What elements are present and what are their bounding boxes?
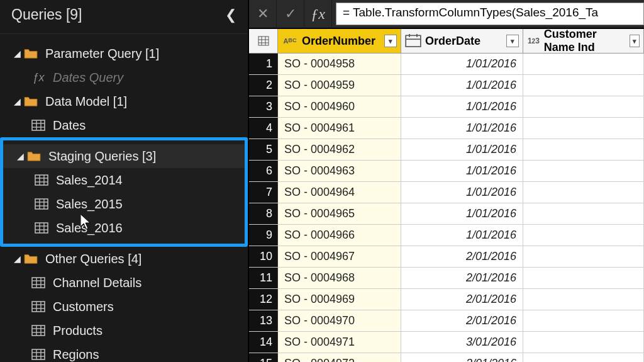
table-row[interactable]: 15SO - 00049723/01/2016 <box>249 353 644 362</box>
cell-orderdate[interactable]: 2/01/2016 <box>401 289 523 310</box>
select-all-corner[interactable] <box>249 29 278 53</box>
table-row[interactable]: 5SO - 00049621/01/2016 <box>249 139 644 161</box>
cell-ordernumber[interactable]: SO - 0004959 <box>278 75 401 96</box>
table-row[interactable]: 4SO - 00049611/01/2016 <box>249 118 644 139</box>
cell-ordernumber[interactable]: SO - 0004958 <box>278 54 401 74</box>
cell-customer[interactable] <box>523 182 644 203</box>
cell-ordernumber[interactable]: SO - 0004963 <box>278 161 401 181</box>
cell-orderdate[interactable]: 1/01/2016 <box>401 203 523 224</box>
cell-ordernumber[interactable]: SO - 0004962 <box>278 139 401 160</box>
table-row[interactable]: 3SO - 00049601/01/2016 <box>249 96 644 118</box>
cell-ordernumber[interactable]: SO - 0004972 <box>278 353 401 362</box>
cell-customer[interactable] <box>523 353 644 362</box>
cell-ordernumber[interactable]: SO - 0004961 <box>278 118 401 139</box>
cell-customer[interactable] <box>523 310 644 331</box>
cell-ordernumber[interactable]: SO - 0004970 <box>278 310 401 331</box>
row-number[interactable]: 10 <box>249 246 278 267</box>
fx-button[interactable]: ƒx <box>304 0 332 28</box>
cell-orderdate[interactable]: 3/01/2016 <box>401 353 523 362</box>
row-number[interactable]: 8 <box>249 203 278 224</box>
row-number[interactable]: 14 <box>249 332 278 353</box>
query-item-customers[interactable]: Customers <box>0 295 248 319</box>
folder-data-model-1-[interactable]: ◢Data Model [1] <box>0 89 248 113</box>
folder-other-queries-4-[interactable]: ◢Other Queries [4] <box>0 247 248 271</box>
cell-orderdate[interactable]: 1/01/2016 <box>401 161 523 181</box>
cell-orderdate[interactable]: 1/01/2016 <box>401 96 523 117</box>
cell-orderdate[interactable]: 1/01/2016 <box>401 75 523 96</box>
table-row[interactable]: 12SO - 00049692/01/2016 <box>249 289 644 310</box>
collapse-pane-button[interactable]: ❮ <box>225 7 236 23</box>
cell-customer[interactable] <box>523 75 644 96</box>
cell-customer[interactable] <box>523 54 644 74</box>
cell-orderdate[interactable]: 1/01/2016 <box>401 182 523 203</box>
row-number[interactable]: 3 <box>249 96 278 117</box>
cell-orderdate[interactable]: 2/01/2016 <box>401 246 523 267</box>
cell-orderdate[interactable]: 2/01/2016 <box>401 268 523 288</box>
table-row[interactable]: 1SO - 00049581/01/2016 <box>249 54 644 75</box>
cell-ordernumber[interactable]: SO - 0004969 <box>278 289 401 310</box>
query-item-sales-2014[interactable]: Sales_2014 <box>3 168 245 192</box>
cell-customer[interactable] <box>523 96 644 117</box>
cell-customer[interactable] <box>523 246 644 267</box>
row-number[interactable]: 2 <box>249 75 278 96</box>
cell-orderdate[interactable]: 1/01/2016 <box>401 139 523 160</box>
query-item-products[interactable]: Products <box>0 319 248 342</box>
cancel-formula-button[interactable]: ✕ <box>249 0 277 28</box>
cell-ordernumber[interactable]: SO - 0004967 <box>278 246 401 267</box>
row-number[interactable]: 13 <box>249 310 278 331</box>
table-row[interactable]: 11SO - 00049682/01/2016 <box>249 268 644 289</box>
table-row[interactable]: 8SO - 00049651/01/2016 <box>249 203 644 225</box>
cell-ordernumber[interactable]: SO - 0004966 <box>278 225 401 246</box>
table-row[interactable]: 13SO - 00049702/01/2016 <box>249 310 644 332</box>
table-row[interactable]: 9SO - 00049661/01/2016 <box>249 225 644 246</box>
query-item-sales-2016[interactable]: Sales_2016 <box>3 216 245 240</box>
cell-orderdate[interactable]: 3/01/2016 <box>401 332 523 353</box>
row-number[interactable]: 7 <box>249 182 278 203</box>
cell-ordernumber[interactable]: SO - 0004965 <box>278 203 401 224</box>
cell-customer[interactable] <box>523 118 644 139</box>
row-number[interactable]: 15 <box>249 353 278 362</box>
cell-customer[interactable] <box>523 289 644 310</box>
row-number[interactable]: 11 <box>249 268 278 288</box>
cell-ordernumber[interactable]: SO - 0004968 <box>278 268 401 288</box>
cell-customer[interactable] <box>523 332 644 353</box>
column-filter-button[interactable]: ▾ <box>506 35 519 47</box>
query-item-channel-details[interactable]: Channel Details <box>0 271 248 295</box>
cell-orderdate[interactable]: 2/01/2016 <box>401 310 523 331</box>
column-filter-button[interactable]: ▾ <box>384 35 397 47</box>
folder-parameter-query-1-[interactable]: ◢Parameter Query [1] <box>0 42 248 65</box>
commit-formula-button[interactable]: ✓ <box>277 0 304 28</box>
column-header-customer-name-ind[interactable]: 123Customer Name Ind▾ <box>523 29 644 53</box>
column-header-ordernumber[interactable]: ABCOrderNumber▾ <box>278 29 401 53</box>
cell-customer[interactable] <box>523 139 644 160</box>
column-header-orderdate[interactable]: OrderDate▾ <box>401 29 523 53</box>
table-row[interactable]: 2SO - 00049591/01/2016 <box>249 75 644 96</box>
row-number[interactable]: 6 <box>249 161 278 181</box>
cell-ordernumber[interactable]: SO - 0004960 <box>278 96 401 117</box>
cell-customer[interactable] <box>523 203 644 224</box>
formula-input[interactable]: = Table.TransformColumnTypes(Sales_2016_… <box>336 3 644 25</box>
query-item-dates[interactable]: Dates <box>0 113 248 137</box>
row-number[interactable]: 5 <box>249 139 278 160</box>
table-row[interactable]: 7SO - 00049641/01/2016 <box>249 182 644 203</box>
column-filter-button[interactable]: ▾ <box>630 35 640 47</box>
row-number[interactable]: 12 <box>249 289 278 310</box>
cell-customer[interactable] <box>523 268 644 288</box>
cell-orderdate[interactable]: 1/01/2016 <box>401 225 523 246</box>
row-number[interactable]: 4 <box>249 118 278 139</box>
query-item-dates-query[interactable]: ƒxDates Query <box>0 65 248 89</box>
row-number[interactable]: 1 <box>249 54 278 74</box>
query-item-regions[interactable]: Regions <box>0 342 248 362</box>
cell-ordernumber[interactable]: SO - 0004971 <box>278 332 401 353</box>
table-row[interactable]: 10SO - 00049672/01/2016 <box>249 246 644 268</box>
cell-orderdate[interactable]: 1/01/2016 <box>401 118 523 139</box>
cell-ordernumber[interactable]: SO - 0004964 <box>278 182 401 203</box>
table-row[interactable]: 6SO - 00049631/01/2016 <box>249 161 644 182</box>
cell-customer[interactable] <box>523 161 644 181</box>
row-number[interactable]: 9 <box>249 225 278 246</box>
cell-customer[interactable] <box>523 225 644 246</box>
query-item-sales-2015[interactable]: Sales_2015 <box>3 192 245 216</box>
folder-staging-queries-3-[interactable]: ◢Staging Queries [3] <box>3 144 245 168</box>
cell-orderdate[interactable]: 1/01/2016 <box>401 54 523 74</box>
table-row[interactable]: 14SO - 00049713/01/2016 <box>249 332 644 353</box>
